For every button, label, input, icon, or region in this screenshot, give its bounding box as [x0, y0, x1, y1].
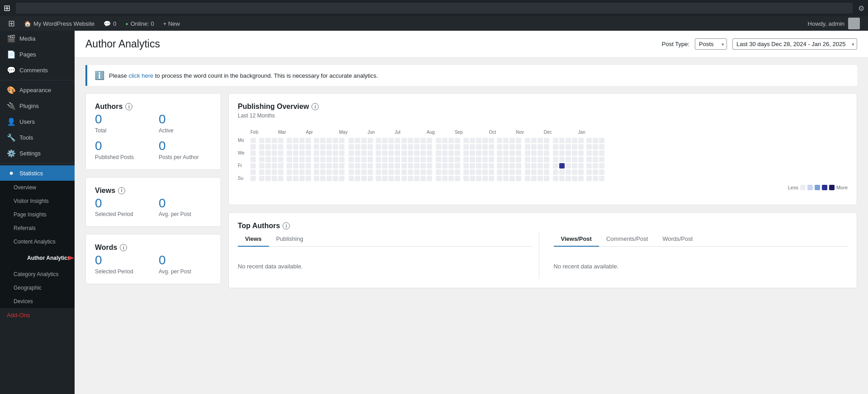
heatmap-cell [544, 169, 549, 175]
heatmap-cell [455, 163, 460, 169]
heatmap-cell [408, 138, 413, 143]
top-authors-info-icon[interactable]: i [283, 222, 290, 230]
heatmap-cell [414, 157, 420, 162]
main-layout: 🎬 Media 📄 Pages 💬 Comments 🎨 Appearance … [0, 31, 868, 394]
authors-info-icon[interactable]: i [125, 103, 132, 110]
heatmap-cell [476, 169, 481, 175]
heatmap-week-col [559, 130, 565, 181]
heatmap-week-col [599, 130, 604, 181]
heatmap-cell [265, 138, 271, 143]
sidebar-item-comments[interactable]: 💬 Comments [0, 62, 75, 78]
sidebar-item-statistics[interactable]: ● Statistics [0, 165, 75, 181]
heatmap-week-col [442, 130, 448, 181]
publishing-info-icon[interactable]: i [311, 103, 319, 110]
heatmap-cell [355, 176, 360, 181]
heatmap-cell [516, 176, 521, 181]
authors-card: Authors i 0 Total 0 Active 0 [85, 93, 221, 170]
online-icon: ● [126, 21, 128, 26]
heatmap-cell [349, 138, 354, 143]
heatmap-month-header [572, 130, 577, 137]
heatmap-cell [368, 169, 373, 175]
heatmap-cell [572, 150, 577, 156]
heatmap-cell [259, 176, 264, 181]
heatmap-cell [442, 138, 448, 143]
heatmap-cell [401, 150, 407, 156]
browser-gear-icon[interactable]: ⚙ [858, 4, 864, 13]
sidebar-item-tools[interactable]: 🔧 Tools [0, 130, 75, 145]
heatmap-month-header [388, 130, 394, 137]
heatmap-month-header: Jun [368, 130, 375, 137]
sidebar-addons[interactable]: Add-Ons [0, 308, 75, 322]
sidebar-submenu-geographic[interactable]: Geographic [0, 281, 75, 295]
heatmap-month-header: May [339, 130, 348, 137]
heatmap-cell [476, 150, 481, 156]
legend-cell-2 [815, 185, 820, 190]
authors-stats-grid: 0 Total 0 Active 0 Published Posts 0 [95, 113, 212, 160]
click-here-link[interactable]: click here [128, 72, 153, 79]
heatmap-cell [463, 169, 469, 175]
heatmap-cell [559, 176, 565, 181]
heatmap-cell [427, 157, 432, 162]
views-info-icon[interactable]: i [118, 187, 125, 194]
admin-bar-site[interactable]: 🏠 My WordPress Website [19, 16, 99, 31]
admin-bar-new[interactable]: + New [159, 16, 184, 31]
heatmap-cell [326, 150, 332, 156]
heatmap-cell [333, 157, 338, 162]
sidebar-submenu-overview[interactable]: Overview [0, 181, 75, 194]
heatmap-cell [293, 157, 298, 162]
sidebar-item-users[interactable]: 👤 Users [0, 114, 75, 130]
heatmap-month-header [287, 130, 292, 137]
admin-bar-comments[interactable]: 💬 0 [99, 16, 121, 31]
statistics-icon: ● [7, 169, 16, 177]
heatmap-cell [361, 138, 367, 143]
top-authors-left-section: Views Publishing No recent data availabl… [238, 232, 539, 279]
heatmap-cell [578, 138, 584, 143]
heatmap-week-col [482, 130, 488, 181]
words-info-icon[interactable]: i [120, 244, 127, 251]
sidebar-submenu-content-analytics[interactable]: Content Analytics [0, 235, 75, 249]
heatmap-month-header [349, 130, 354, 137]
heatmap-cell [448, 138, 454, 143]
heatmap-cell [287, 176, 292, 181]
views-stat-period: 0 Selected Period [95, 197, 148, 218]
date-range-select[interactable]: Last 30 days Dec 28, 2024 - Jan 26, 2025… [732, 38, 857, 50]
heatmap-cell [482, 157, 488, 162]
sidebar-submenu-devices[interactable]: Devices [0, 295, 75, 308]
sidebar-submenu-referrals[interactable]: Referrals [0, 221, 75, 235]
heatmap-cell [531, 150, 537, 156]
heatmap-cell [361, 150, 367, 156]
sidebar-item-appearance[interactable]: 🎨 Appearance [0, 82, 75, 98]
heatmap-cell [427, 169, 432, 175]
sidebar-item-media[interactable]: 🎬 Media [0, 31, 75, 47]
admin-bar-online[interactable]: ● Online: 0 [121, 16, 159, 31]
heatmap-cell [525, 150, 530, 156]
tab-views[interactable]: Views [238, 232, 269, 247]
sidebar-submenu-page-insights[interactable]: Page Insights [0, 208, 75, 221]
tab-views-post[interactable]: Views/Post [554, 232, 599, 247]
address-bar[interactable]: /wp-admin/admin.php?page=wps_author-anal… [16, 3, 853, 14]
heatmap-cell [408, 144, 413, 150]
sidebar-submenu-author-analytics[interactable]: Author Analytics [0, 249, 75, 267]
heatmap-cell [272, 163, 277, 169]
heatmap-cell [544, 163, 549, 169]
heatmap-day-labels: Mo We Fr Su [238, 130, 249, 181]
heatmap-cell [470, 157, 475, 162]
heatmap-cell [395, 163, 400, 169]
tab-publishing[interactable]: Publishing [269, 232, 311, 247]
post-type-select[interactable]: Posts Pages [695, 38, 727, 50]
tab-words-post[interactable]: Words/Post [655, 232, 700, 247]
sidebar-item-settings[interactable]: ⚙️ Settings [0, 145, 75, 161]
sidebar-item-plugins[interactable]: 🔌 Plugins [0, 98, 75, 114]
plugins-icon: 🔌 [7, 102, 16, 110]
sidebar-submenu-category-analytics[interactable]: Category Analytics [0, 267, 75, 281]
wp-logo-item[interactable]: ⊞ [4, 16, 19, 31]
sidebar-submenu-visitor-insights[interactable]: Visitor Insights [0, 194, 75, 208]
tab-comments-post[interactable]: Comments/Post [599, 232, 655, 247]
sidebar-item-pages[interactable]: 📄 Pages [0, 47, 75, 62]
heatmap-cell [349, 163, 354, 169]
heatmap-cell [293, 176, 298, 181]
views-card-title: Views i [95, 187, 212, 195]
heatmap-cell [482, 150, 488, 156]
legend-cell-1 [807, 185, 813, 190]
heatmap-cell [333, 169, 338, 175]
